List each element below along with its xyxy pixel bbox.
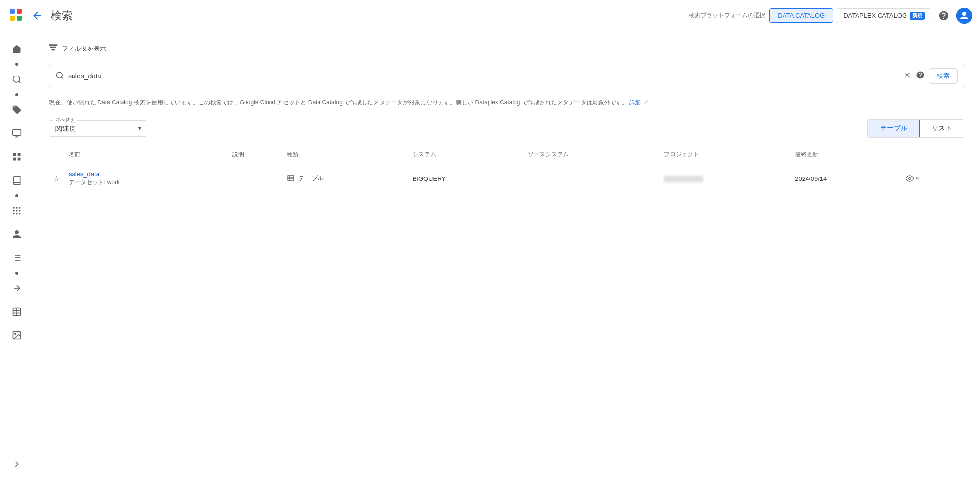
search-input[interactable] bbox=[68, 72, 899, 80]
platform-selection-label: 検索プラットフォームの選択 bbox=[689, 11, 765, 20]
sidebar-dot-4 bbox=[15, 272, 18, 275]
search-bar: 検索 bbox=[49, 64, 964, 88]
new-badge: 新規 bbox=[910, 12, 925, 20]
entry-link[interactable]: sales_data bbox=[69, 170, 99, 178]
project-cell bbox=[660, 164, 791, 193]
svg-point-21 bbox=[13, 213, 14, 214]
sidebar-dot-2 bbox=[15, 93, 18, 96]
page-title: 検索 bbox=[51, 8, 683, 23]
dataplex-catalog-button[interactable]: DATAPLEX CATALOG 新規 bbox=[837, 8, 931, 23]
svg-line-41 bbox=[61, 77, 63, 78]
svg-rect-39 bbox=[52, 49, 55, 50]
table-header-row: 名前 説明 種類 システム ソースシステム プロジェクト 最終更新 bbox=[49, 146, 964, 164]
table-row: ☆ sales_data データセット: work テーブル bbox=[49, 164, 964, 193]
col-actions bbox=[902, 146, 964, 164]
svg-rect-1 bbox=[10, 9, 15, 14]
sidebar bbox=[0, 31, 33, 482]
sidebar-item-person[interactable] bbox=[7, 225, 26, 244]
sort-dropdown[interactable]: 並べ替え 関連度 名前 最終更新 ▼ bbox=[49, 120, 147, 137]
info-banner: 現在、使い慣れた Data Catalog 検索を使用しています。この検索では、… bbox=[49, 98, 964, 107]
search-button[interactable]: 検索 bbox=[929, 68, 958, 84]
preview-icon[interactable] bbox=[906, 174, 960, 183]
svg-point-20 bbox=[19, 210, 20, 211]
data-catalog-button[interactable]: DATA CATALOG bbox=[769, 8, 833, 23]
system-cell: BIGQUERY bbox=[409, 164, 524, 193]
controls-row: 並べ替え 関連度 名前 最終更新 ▼ テーブル リスト bbox=[49, 119, 964, 138]
svg-point-23 bbox=[19, 213, 20, 214]
sort-label: 並べ替え bbox=[53, 117, 77, 124]
type-label: テーブル bbox=[298, 174, 324, 183]
star-cell: ☆ bbox=[49, 164, 65, 193]
name-cell: sales_data データセット: work bbox=[65, 164, 228, 193]
filter-label[interactable]: フィルタを表示 bbox=[62, 44, 106, 53]
filter-icon bbox=[49, 43, 58, 54]
sidebar-dot-3 bbox=[15, 194, 18, 197]
sidebar-item-lineage[interactable] bbox=[7, 279, 26, 298]
svg-rect-42 bbox=[288, 175, 294, 181]
type-cell: テーブル bbox=[283, 164, 408, 193]
back-button[interactable] bbox=[31, 10, 43, 22]
svg-rect-38 bbox=[51, 47, 56, 48]
description-cell bbox=[228, 164, 283, 193]
sidebar-item-book[interactable] bbox=[7, 171, 26, 190]
help-button[interactable] bbox=[935, 7, 953, 25]
sidebar-item-table[interactable] bbox=[7, 302, 26, 322]
sidebar-item-search[interactable] bbox=[7, 70, 26, 89]
svg-rect-4 bbox=[17, 16, 22, 21]
last-updated-cell: 2024/09/14 bbox=[791, 164, 902, 193]
svg-point-17 bbox=[19, 207, 20, 209]
svg-rect-14 bbox=[17, 158, 20, 161]
search-clear-button[interactable] bbox=[903, 71, 912, 82]
sidebar-item-catalog[interactable] bbox=[7, 124, 26, 143]
col-last-updated: 最終更新 bbox=[791, 146, 902, 164]
sidebar-item-image[interactable] bbox=[7, 326, 26, 345]
layout: フィルタを表示 検索 現在、使い慣れた Data Catalog 検索を使用して… bbox=[0, 31, 980, 482]
project-blurred bbox=[664, 176, 703, 182]
sidebar-item-tag[interactable] bbox=[7, 100, 26, 120]
search-magnifier-icon bbox=[55, 71, 64, 81]
svg-point-19 bbox=[16, 210, 17, 211]
sort-select[interactable]: 関連度 名前 最終更新 bbox=[53, 123, 143, 134]
svg-rect-12 bbox=[17, 153, 20, 156]
svg-point-22 bbox=[16, 213, 17, 214]
view-toggle: テーブル リスト bbox=[867, 119, 964, 138]
svg-rect-3 bbox=[10, 16, 15, 21]
col-system: システム bbox=[409, 146, 524, 164]
sidebar-item-grid[interactable] bbox=[7, 147, 26, 167]
info-details-link[interactable]: 詳細 ↗ bbox=[629, 99, 648, 106]
entry-subtitle: データセット: work bbox=[69, 178, 224, 187]
svg-rect-37 bbox=[50, 45, 57, 46]
star-button[interactable]: ☆ bbox=[53, 175, 60, 183]
search-help-icon[interactable] bbox=[916, 71, 925, 82]
avatar[interactable] bbox=[956, 8, 972, 24]
col-type: 種類 bbox=[283, 146, 408, 164]
header: 検索 検索プラットフォームの選択 DATA CATALOG DATAPLEX C… bbox=[0, 0, 980, 31]
col-description: 説明 bbox=[228, 146, 283, 164]
table-view-button[interactable]: テーブル bbox=[868, 120, 920, 137]
svg-line-7 bbox=[18, 81, 20, 83]
type-table-icon bbox=[287, 174, 294, 183]
svg-point-40 bbox=[56, 72, 62, 78]
sidebar-item-apps[interactable] bbox=[7, 201, 26, 221]
svg-point-6 bbox=[13, 76, 19, 82]
sidebar-item-expand[interactable] bbox=[7, 455, 26, 474]
results-table: 名前 説明 種類 システム ソースシステム プロジェクト 最終更新 ☆ sale bbox=[49, 146, 964, 193]
col-star bbox=[49, 146, 65, 164]
svg-point-46 bbox=[909, 178, 911, 180]
sidebar-item-home[interactable] bbox=[7, 39, 26, 59]
main-content: フィルタを表示 検索 現在、使い慣れた Data Catalog 検索を使用して… bbox=[33, 31, 980, 482]
svg-point-15 bbox=[13, 207, 14, 209]
header-controls: 検索プラットフォームの選択 DATA CATALOG DATAPLEX CATA… bbox=[689, 7, 972, 25]
col-name: 名前 bbox=[65, 146, 228, 164]
sidebar-item-list[interactable] bbox=[7, 248, 26, 268]
svg-rect-11 bbox=[13, 153, 16, 156]
filter-bar: フィルタを表示 bbox=[49, 43, 964, 54]
col-source-system: ソースシステム bbox=[524, 146, 660, 164]
sidebar-dot-1 bbox=[15, 63, 18, 66]
svg-point-16 bbox=[16, 207, 17, 209]
app-logo[interactable] bbox=[8, 7, 25, 25]
svg-rect-13 bbox=[13, 158, 16, 161]
svg-rect-8 bbox=[12, 130, 21, 136]
actions-cell bbox=[902, 164, 964, 193]
list-view-button[interactable]: リスト bbox=[920, 120, 964, 137]
